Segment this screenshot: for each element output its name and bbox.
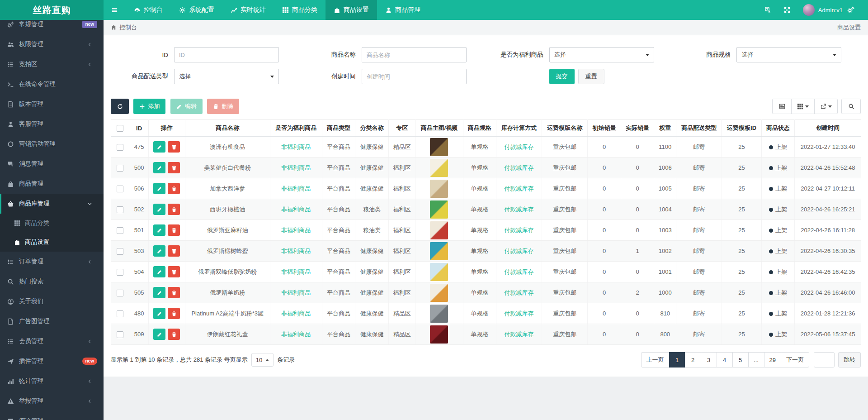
sidebar-item-about-us[interactable]: 关于我们	[0, 291, 104, 311]
pager-next[interactable]: 下一页	[781, 352, 809, 368]
pager-page-4[interactable]: 4	[717, 352, 733, 368]
product-image[interactable]	[430, 200, 448, 219]
welfare-filter-select[interactable]: 选择	[549, 47, 654, 62]
row-delete-button[interactable]	[168, 287, 180, 298]
row-edit-button[interactable]	[153, 183, 165, 194]
sidebar-item-report-management[interactable]: 举报管理	[0, 391, 104, 411]
sidebar-item-member-management[interactable]: 会员管理	[0, 331, 104, 351]
columns-toggle-button[interactable]	[791, 99, 815, 114]
add-button[interactable]: 添加	[133, 99, 165, 114]
select-all-checkbox[interactable]	[117, 125, 123, 132]
jump-button[interactable]: 跳转	[838, 352, 861, 368]
nav-item-product-management[interactable]: 商品管理	[377, 0, 429, 20]
product-image[interactable]	[430, 242, 448, 260]
row-checkbox[interactable]	[117, 269, 123, 276]
sidebar-subitem-product-settings[interactable]: 商品设置	[0, 233, 104, 252]
nav-item-system-config[interactable]: 系统配置	[171, 0, 222, 20]
sidebar-item-message-management[interactable]: 消息管理	[0, 154, 104, 174]
row-delete-button[interactable]	[168, 266, 180, 277]
row-checkbox[interactable]	[117, 165, 123, 172]
product-image[interactable]	[430, 159, 448, 177]
row-edit-button[interactable]	[153, 162, 165, 173]
sidebar-item-plugin-management[interactable]: 插件管理new	[0, 351, 104, 371]
delete-button-toolbar[interactable]: 删除	[207, 99, 239, 114]
row-delete-button[interactable]	[168, 141, 180, 153]
jump-page-input[interactable]	[814, 352, 835, 368]
spec-filter-select[interactable]: 选择	[736, 47, 841, 62]
reset-button[interactable]: 重置	[578, 69, 604, 84]
sidebar-subitem-product-category[interactable]: 商品分类	[0, 214, 104, 233]
nav-item-realtime-stats[interactable]: 实时统计	[222, 0, 274, 20]
translate-button[interactable]	[759, 7, 778, 13]
user-name[interactable]: Admin:v1	[815, 7, 847, 14]
row-edit-button[interactable]	[153, 204, 165, 215]
user-menu[interactable]: Admin:v1	[797, 4, 861, 16]
product-image[interactable]	[430, 284, 448, 302]
sidebar-item-online-command[interactable]: 在线命令管理	[0, 74, 104, 94]
breadcrumb-home[interactable]: 控制台	[119, 24, 137, 32]
refresh-button[interactable]	[111, 99, 129, 114]
name-filter-input[interactable]	[362, 47, 467, 62]
pager-page-5[interactable]: 5	[732, 352, 749, 368]
row-edit-button[interactable]	[153, 266, 165, 277]
row-edit-button[interactable]	[153, 245, 165, 257]
sidebar-item-ad-image-management[interactable]: 广告图管理	[0, 311, 104, 331]
row-checkbox[interactable]	[117, 144, 123, 151]
avatar[interactable]	[803, 4, 815, 16]
product-image[interactable]	[430, 263, 448, 281]
row-checkbox[interactable]	[117, 331, 123, 338]
row-delete-button[interactable]	[168, 204, 180, 215]
sidebar-item-version-management[interactable]: 版本管理	[0, 94, 104, 114]
submit-button[interactable]: 提交	[549, 69, 575, 84]
row-delete-button[interactable]	[168, 329, 180, 340]
sidebar-toggle[interactable]	[104, 0, 126, 20]
row-delete-button[interactable]	[168, 224, 180, 236]
pager-prev[interactable]: 上一页	[641, 352, 670, 368]
row-checkbox[interactable]	[117, 290, 123, 296]
pager-page-2[interactable]: 2	[685, 352, 701, 368]
sidebar-item-order-management[interactable]: 订单管理	[0, 252, 104, 272]
sidebar-item-marketing-activity[interactable]: 营销活动管理	[0, 134, 104, 154]
sidebar-item-comment-management[interactable]: 评论管理	[0, 411, 104, 420]
row-checkbox[interactable]	[117, 310, 123, 317]
row-edit-button[interactable]	[153, 141, 165, 153]
nav-item-product-category[interactable]: 商品分类	[274, 0, 326, 20]
sidebar-item-hot-search[interactable]: 热门搜索	[0, 272, 104, 291]
row-edit-button[interactable]	[153, 308, 165, 319]
row-delete-button[interactable]	[168, 162, 180, 173]
pager-page-29[interactable]: 29	[764, 352, 781, 368]
product-image[interactable]	[430, 138, 448, 156]
row-edit-button[interactable]	[153, 329, 165, 340]
product-image[interactable]	[430, 221, 448, 239]
export-button[interactable]	[814, 99, 838, 114]
pager-page-1[interactable]: 1	[669, 352, 685, 368]
nav-item-dashboard[interactable]: 控制台	[126, 0, 171, 20]
pager-ellipsis[interactable]: ...	[748, 352, 764, 368]
sidebar-item-regular-management[interactable]: 常规管理new	[0, 20, 104, 34]
nav-item-product-settings[interactable]: 商品设置	[326, 0, 377, 20]
row-checkbox[interactable]	[117, 248, 123, 255]
search-toggle-button[interactable]	[841, 99, 861, 114]
row-delete-button[interactable]	[168, 308, 180, 319]
edit-button-toolbar[interactable]: 编辑	[170, 99, 203, 114]
delivery-filter-select[interactable]: 选择	[174, 69, 279, 84]
sidebar-item-product-management[interactable]: 商品管理	[0, 174, 104, 194]
row-edit-button[interactable]	[153, 287, 165, 298]
sidebar-item-product-repo-management[interactable]: 商品库管理	[0, 194, 104, 214]
row-delete-button[interactable]	[168, 183, 180, 194]
cogs-icon[interactable]	[847, 6, 854, 14]
product-image[interactable]	[430, 180, 448, 198]
row-checkbox[interactable]	[117, 206, 123, 213]
sidebar-item-customer-service[interactable]: 客服管理	[0, 114, 104, 134]
row-checkbox[interactable]	[117, 186, 123, 192]
detail-view-button[interactable]	[772, 99, 792, 114]
sidebar-item-auction-zone[interactable]: 竞拍区	[0, 54, 104, 74]
row-checkbox[interactable]	[117, 227, 123, 234]
pager-page-3[interactable]: 3	[701, 352, 717, 368]
fullscreen-button[interactable]	[778, 7, 797, 13]
product-image[interactable]	[430, 325, 448, 344]
sidebar-item-permission-management[interactable]: 权限管理	[0, 34, 104, 54]
product-image[interactable]	[430, 305, 448, 323]
id-filter-input[interactable]	[174, 47, 279, 62]
page-size-select[interactable]: 10	[251, 353, 274, 367]
